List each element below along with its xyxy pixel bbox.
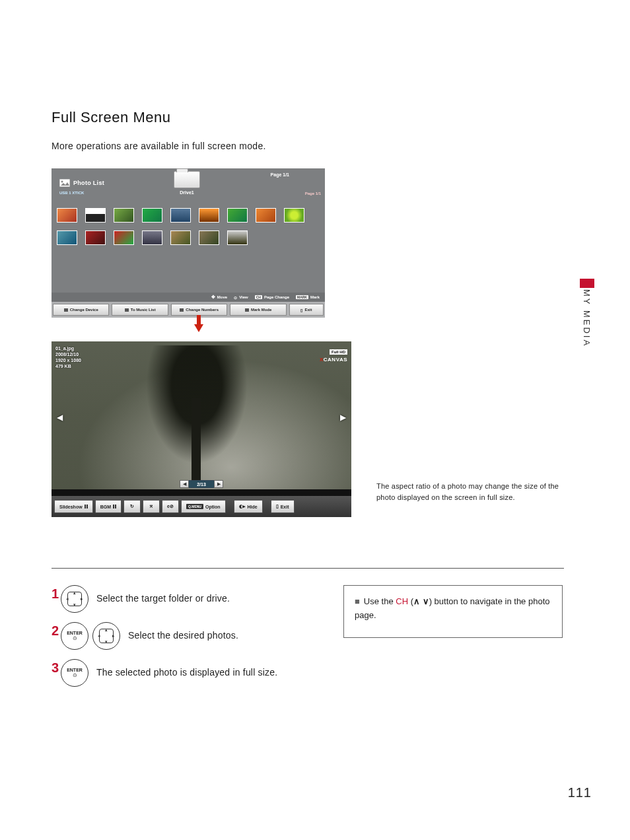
prev-photo-arrow[interactable]: ◀: [57, 413, 63, 422]
photo-thumb[interactable]: [199, 208, 219, 223]
rotate-icon: ↻: [130, 504, 134, 509]
mark-mode-button[interactable]: Mark Mode: [230, 304, 286, 316]
divider: [52, 568, 564, 569]
dpad-icon: ✥: [211, 295, 215, 300]
instruction-steps: 1 ▴▾◂▸ Select the target folder or drive…: [52, 585, 329, 696]
file-date: 2008/12/10: [55, 351, 81, 357]
step-2: 2 ENTER⊙ ▴▾◂▸ Select the desired photos.: [52, 622, 329, 650]
photo-thumb[interactable]: [114, 230, 134, 245]
rotate-button[interactable]: ↻: [123, 500, 141, 513]
pager-counter: 2/13: [189, 480, 214, 488]
enter-ring-icon: ⊙: [73, 672, 77, 678]
step-text: Select the desired photos.: [128, 629, 238, 643]
pager-next-button[interactable]: ▶: [214, 480, 223, 488]
red-key-icon: [64, 308, 68, 312]
hide-button[interactable]: ◐▸Hide: [234, 500, 263, 513]
photo-list-panel: Photo List Page 1/1 USB 1 XTICK Page 1/1…: [52, 168, 325, 318]
hint-mark: MARKMark: [296, 295, 320, 299]
brand-text: XCANVAS: [320, 357, 347, 363]
enter-dot-icon: ⊙: [234, 295, 237, 300]
photo-thumb[interactable]: [57, 208, 77, 223]
photo-content: [137, 345, 256, 477]
intro-text: More operations are available in full sc…: [52, 141, 580, 151]
photo-thumb[interactable]: [284, 208, 304, 223]
bullet-icon: ■: [355, 596, 360, 606]
change-device-button[interactable]: Change Device: [53, 304, 109, 316]
exit-icon: ▯: [276, 504, 279, 509]
photo-thumb[interactable]: [170, 208, 191, 223]
bgm-button[interactable]: BGM: [95, 500, 122, 513]
dpad-button-icon: ▴▾◂▸: [61, 585, 88, 613]
bottom-button-bar: Change Device To Music List Change Numbe…: [52, 302, 325, 318]
exit-button[interactable]: ▯Exit: [289, 304, 324, 316]
photo-thumb[interactable]: [142, 230, 162, 245]
photo-list-header: Photo List Page 1/1 USB 1 XTICK Page 1/1…: [52, 168, 325, 197]
slideshow-button[interactable]: Slideshow: [54, 500, 93, 513]
photo-thumb[interactable]: [199, 230, 219, 245]
tip-updown-symbols: ∧ ∨: [413, 596, 429, 606]
next-photo-arrow[interactable]: ▶: [340, 413, 346, 422]
photo-thumb[interactable]: [142, 208, 162, 223]
step-text: The selected photo is displayed in full …: [96, 666, 277, 680]
photo-thumb[interactable]: [85, 230, 106, 245]
photo-list-icon: [59, 179, 70, 187]
pager-prev-button[interactable]: ◀: [180, 480, 189, 488]
drive-label: Drive1: [180, 190, 193, 195]
file-size: 479 KB: [55, 363, 81, 369]
step-number: 1: [52, 586, 59, 602]
blue-key-icon: [245, 308, 249, 312]
photo-thumb[interactable]: [114, 208, 134, 223]
tip-ch-label: CH: [396, 596, 408, 606]
folder-icon: [174, 171, 200, 188]
photo-thumb[interactable]: [170, 230, 191, 245]
viewer-toolbar: Slideshow BGM ↻ ⤧ e⊘ Q.MENUOption ◐▸Hide…: [52, 496, 351, 517]
photo-thumb[interactable]: [256, 208, 276, 223]
viewer-exit-button[interactable]: ▯Exit: [271, 500, 295, 513]
pause-icon: [85, 505, 88, 508]
hint-page-change: CHPage Change: [255, 295, 289, 299]
fullscreen-viewer: 01_a.jpg 2008/12/10 1920 x 1080 479 KB F…: [52, 341, 351, 517]
exit-icon: ▯: [300, 308, 302, 312]
photo-list-title-group: Photo List: [59, 179, 104, 187]
step-3: 3 ENTER⊙ The selected photo is displayed…: [52, 659, 329, 687]
photo-thumb[interactable]: [57, 230, 77, 245]
svg-point-1: [61, 181, 63, 183]
change-numbers-button[interactable]: Change Numbers: [171, 304, 227, 316]
pause-icon: [113, 505, 116, 508]
step-1: 1 ▴▾◂▸ Select the target folder or drive…: [52, 585, 329, 613]
section-marker: [580, 279, 594, 288]
zoom-button[interactable]: ⤧: [143, 500, 160, 513]
photo-thumb[interactable]: [85, 208, 106, 223]
top-page-indicator: Page 1/1: [271, 172, 289, 177]
qmenu-badge: Q.MENU: [186, 504, 203, 509]
svg-rect-0: [59, 179, 70, 187]
usb-device-label: USB 1 XTICK: [59, 191, 84, 195]
full-hd-badge: Full HD: [330, 349, 347, 355]
hint-view: ⊙View: [234, 295, 248, 300]
tip-text-mid: (: [408, 596, 413, 606]
option-button[interactable]: Q.MENUOption: [181, 500, 226, 513]
arrow-down-icon: [194, 324, 203, 332]
page-title: Full Screen Menu: [52, 109, 580, 126]
right-page-indicator: Page 1/1: [305, 192, 321, 195]
brightness-button[interactable]: e⊘: [162, 500, 179, 513]
photo-list-title: Photo List: [73, 180, 104, 186]
tip-text-prefix: Use the: [364, 596, 396, 606]
file-resolution: 1920 x 1080: [55, 357, 81, 363]
hide-icon: ◐▸: [239, 504, 246, 509]
mark-badge: MARK: [296, 295, 308, 299]
tip-box: ■Use the CH (∧ ∨) button to navigate in …: [343, 585, 563, 638]
green-key-icon: [125, 308, 129, 312]
to-music-list-button[interactable]: To Music List: [112, 304, 168, 316]
file-info-overlay: 01_a.jpg 2008/12/10 1920 x 1080 479 KB: [55, 345, 81, 369]
enter-button-icon: ENTER⊙: [61, 622, 88, 650]
zoom-icon: ⤧: [149, 504, 153, 509]
file-name: 01_a.jpg: [55, 345, 81, 351]
page-number: 111: [568, 785, 592, 800]
photo-thumb[interactable]: [227, 230, 248, 245]
drive-tab[interactable]: Drive1: [168, 171, 206, 195]
photo-thumb[interactable]: [227, 208, 248, 223]
step-number: 2: [52, 623, 59, 639]
section-title-vertical: MY MEDIA: [582, 289, 592, 347]
step-text: Select the target folder or drive.: [96, 592, 230, 606]
